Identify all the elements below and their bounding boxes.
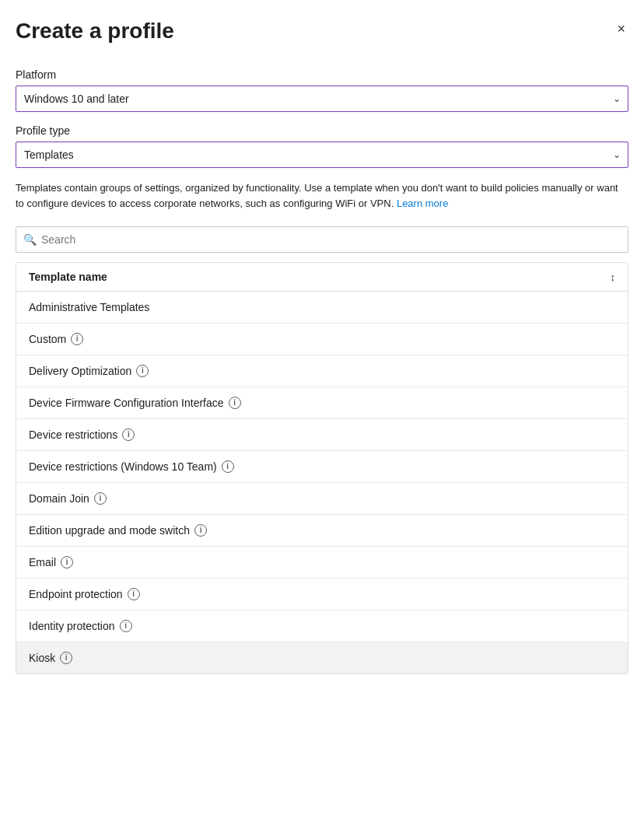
table-row[interactable]: Device restrictions (Windows 10 Team) i: [16, 451, 628, 483]
table-row[interactable]: Custom i: [16, 324, 628, 355]
learn-more-link[interactable]: Learn more: [397, 198, 448, 209]
info-icon[interactable]: i: [61, 556, 73, 568]
row-label: Device restrictions (Windows 10 Team): [29, 460, 217, 473]
close-button[interactable]: ×: [614, 19, 628, 39]
table-row[interactable]: Domain Join i: [16, 483, 628, 515]
row-label: Delivery Optimization: [29, 365, 131, 377]
search-icon: 🔍: [23, 233, 37, 246]
row-content: Kiosk i: [29, 652, 72, 664]
table-row[interactable]: Endpoint protection i: [16, 579, 628, 610]
row-content: Edition upgrade and mode switch i: [29, 524, 207, 537]
table-header-label: Template name: [29, 271, 107, 283]
row-content: Device Firmware Configuration Interface …: [29, 397, 241, 409]
info-icon[interactable]: i: [222, 460, 234, 473]
table-row[interactable]: Device restrictions i: [16, 419, 628, 451]
info-icon[interactable]: i: [136, 365, 149, 377]
profile-type-select[interactable]: Templates: [16, 142, 628, 168]
info-icon[interactable]: i: [120, 620, 132, 632]
row-label: Device restrictions: [29, 428, 117, 441]
description-text: Templates contain groups of settings, or…: [16, 180, 628, 211]
row-label: Endpoint protection: [29, 588, 123, 600]
create-profile-panel: Create a profile × Platform Windows 10 a…: [0, 0, 644, 829]
row-content: Domain Join i: [29, 492, 107, 505]
row-label: Kiosk: [29, 652, 55, 664]
platform-select[interactable]: Windows 10 and later: [16, 86, 628, 112]
row-label: Administrative Templates: [29, 301, 149, 313]
info-icon[interactable]: i: [71, 333, 83, 345]
search-input[interactable]: [16, 226, 628, 253]
platform-label: Platform: [16, 68, 628, 81]
platform-field: Platform Windows 10 and later ⌄: [16, 68, 628, 112]
table-row[interactable]: Edition upgrade and mode switch i: [16, 515, 628, 547]
row-content: Device restrictions (Windows 10 Team) i: [29, 460, 234, 473]
table-row[interactable]: Kiosk i: [16, 642, 628, 673]
panel-title: Create a profile: [16, 19, 174, 44]
panel-header: Create a profile ×: [16, 19, 628, 44]
info-icon[interactable]: i: [128, 588, 140, 600]
table-row[interactable]: Identity protection i: [16, 610, 628, 642]
table-row[interactable]: Delivery Optimization i: [16, 355, 628, 387]
info-icon[interactable]: i: [194, 524, 207, 537]
row-content: Delivery Optimization i: [29, 365, 149, 377]
profile-type-select-wrapper: Templates ⌄: [16, 142, 628, 168]
platform-select-wrapper: Windows 10 and later ⌄: [16, 86, 628, 112]
info-icon[interactable]: i: [60, 652, 72, 664]
table-row[interactable]: Administrative Templates: [16, 292, 628, 324]
row-content: Device restrictions i: [29, 428, 135, 441]
info-icon[interactable]: i: [229, 397, 241, 409]
template-table: Template name ↕ Administrative Templates…: [16, 262, 628, 674]
row-label: Device Firmware Configuration Interface: [29, 397, 224, 409]
row-content: Email i: [29, 556, 73, 568]
profile-type-field: Profile type Templates ⌄: [16, 124, 628, 168]
row-label: Edition upgrade and mode switch: [29, 524, 190, 537]
info-icon[interactable]: i: [94, 492, 107, 505]
sort-icon[interactable]: ↕: [611, 271, 616, 283]
row-content: Administrative Templates: [29, 301, 149, 313]
table-header: Template name ↕: [16, 263, 628, 292]
row-content: Custom i: [29, 333, 83, 345]
info-icon[interactable]: i: [122, 428, 135, 441]
table-row[interactable]: Email i: [16, 547, 628, 579]
search-wrapper: 🔍: [16, 226, 628, 253]
row-label: Domain Join: [29, 492, 89, 505]
row-content: Identity protection i: [29, 620, 132, 632]
identity-protection-label: Identity protection: [29, 620, 115, 632]
row-content: Endpoint protection i: [29, 588, 140, 600]
row-label: Custom: [29, 333, 66, 345]
row-label: Email: [29, 556, 56, 568]
table-row[interactable]: Device Firmware Configuration Interface …: [16, 387, 628, 419]
profile-type-label: Profile type: [16, 124, 628, 137]
